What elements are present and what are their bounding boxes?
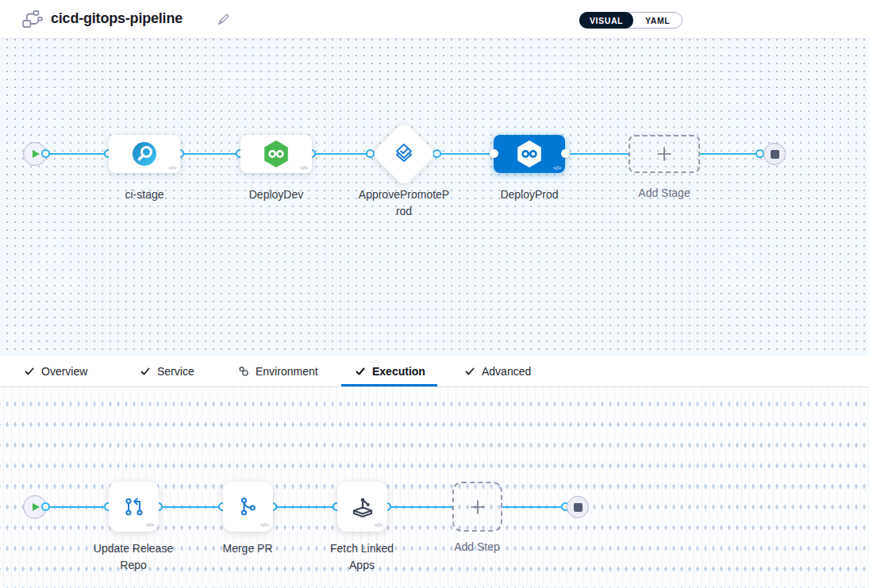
step-label: Update Release Repo <box>90 540 177 574</box>
pipeline-studio: cicd-gitops-pipeline VISUAL YAML <box>0 0 869 588</box>
tab-label: Environment <box>256 365 318 378</box>
template-code-badge: </> <box>260 521 268 528</box>
template-code-badge: </> <box>300 164 308 171</box>
tab-execution[interactable]: Execution <box>355 356 425 386</box>
update-release-repo-icon <box>123 496 145 518</box>
merge-pr-icon <box>237 496 259 517</box>
connector-line <box>180 153 240 155</box>
execution-canvas: </> </> </> <box>0 387 869 588</box>
approval-icon-wrap <box>381 131 427 177</box>
approval-icon <box>391 142 417 166</box>
stop-icon <box>771 150 779 159</box>
template-code-badge: </> <box>168 164 176 171</box>
toggle-visual-button[interactable]: VISUAL <box>579 12 633 29</box>
environment-icon <box>238 366 249 377</box>
edit-pipeline-name-icon[interactable] <box>215 12 231 31</box>
template-code-badge: </> <box>146 521 154 528</box>
add-step-label: Add Step <box>421 539 533 555</box>
plus-icon <box>656 145 673 163</box>
plus-icon <box>469 498 486 516</box>
connector-line <box>437 153 494 155</box>
check-icon <box>355 366 366 377</box>
execution-end-node <box>567 496 589 518</box>
connector-port <box>433 149 441 158</box>
stage-node-ci-stage[interactable]: </> <box>109 135 180 173</box>
stage-label: DeployDev <box>221 186 332 203</box>
deploy-icon <box>515 140 544 168</box>
connector-port <box>366 149 375 158</box>
connector-port <box>490 149 498 158</box>
pipeline-icon <box>22 10 43 32</box>
deploy-icon <box>262 140 290 168</box>
stage-config-tabbar: Overview Service Environment Execution A… <box>0 356 869 387</box>
check-icon <box>464 366 475 377</box>
stage-node-deploydev[interactable]: </> <box>240 135 312 173</box>
step-label: Fetch Linked Apps <box>322 540 402 574</box>
connector-line <box>273 506 337 508</box>
template-code-badge: </> <box>375 521 383 528</box>
play-icon <box>33 150 40 158</box>
stage-label: ci-stage <box>89 186 200 203</box>
tab-advanced[interactable]: Advanced <box>464 356 531 386</box>
check-icon <box>24 366 35 377</box>
header: cicd-gitops-pipeline VISUAL YAML <box>0 0 869 39</box>
ci-build-icon <box>132 141 157 167</box>
step-node-merge-pr[interactable]: </> <box>223 482 273 532</box>
stage-label: ApprovePromoteProd <box>358 186 450 220</box>
tab-service[interactable]: Service <box>140 356 194 386</box>
check-icon <box>140 366 151 377</box>
stage-node-deployprod[interactable]: </> <box>494 135 565 173</box>
add-stage-button[interactable] <box>629 135 700 173</box>
pipeline-end-node <box>763 143 786 165</box>
page-title: cicd-gitops-pipeline <box>51 10 183 27</box>
step-node-fetch-linked-apps[interactable]: </> <box>337 482 387 532</box>
connector-line <box>387 506 452 508</box>
step-node-update-release-repo[interactable]: </> <box>109 482 159 532</box>
tab-overview[interactable]: Overview <box>24 356 87 386</box>
add-step-button[interactable] <box>452 482 502 532</box>
connector-line <box>312 153 371 155</box>
connector-line <box>502 506 566 508</box>
tab-label: Advanced <box>482 365 531 378</box>
tab-environment[interactable]: Environment <box>238 356 318 386</box>
visual-yaml-toggle: VISUAL YAML <box>579 12 683 29</box>
stage-canvas: </> </> </> <box>0 39 869 356</box>
active-tab-underline <box>341 384 437 386</box>
tab-label: Overview <box>41 365 87 378</box>
fetch-linked-apps-icon <box>350 494 375 520</box>
connector-port <box>41 149 50 158</box>
tab-label: Execution <box>372 365 425 378</box>
connector-port <box>561 149 570 158</box>
stage-label: DeployProd <box>474 186 585 203</box>
template-code-badge: </> <box>553 164 561 171</box>
connector-line <box>700 153 760 155</box>
toggle-yaml-button[interactable]: YAML <box>633 16 682 25</box>
connector-line <box>565 153 629 155</box>
play-icon <box>33 503 40 511</box>
tab-label: Service <box>157 365 194 378</box>
add-stage-label: Add Stage <box>609 185 720 202</box>
stop-icon <box>574 503 583 512</box>
step-label: Merge PR <box>192 540 303 557</box>
connector-port <box>41 502 50 511</box>
connector-line <box>159 506 223 508</box>
